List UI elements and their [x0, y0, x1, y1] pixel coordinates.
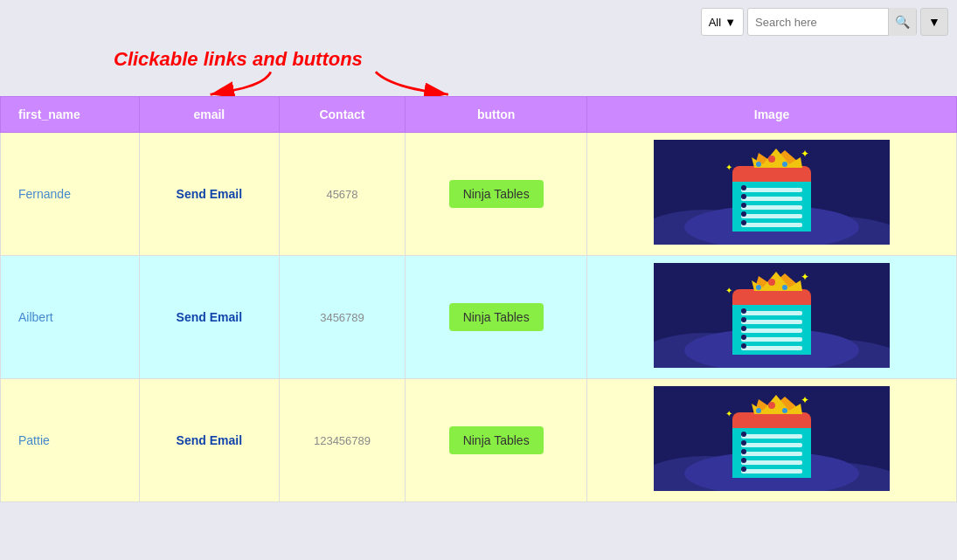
svg-point-61 — [741, 458, 746, 463]
cell-image: ✦ ✦ — [587, 379, 957, 502]
filter-dropdown[interactable]: All ▼ — [701, 8, 744, 36]
cell-first-name: Fernande — [1, 133, 140, 256]
svg-text:✦: ✦ — [801, 394, 809, 406]
filter-label: All — [709, 16, 721, 29]
svg-point-39 — [741, 343, 746, 349]
svg-point-62 — [741, 467, 746, 472]
svg-point-21 — [782, 162, 787, 167]
svg-point-16 — [741, 220, 746, 225]
cell-email: Send Email — [139, 133, 279, 256]
svg-rect-11 — [741, 223, 802, 227]
cell-first-name: Ailbert — [1, 256, 140, 379]
svg-rect-30 — [741, 311, 802, 315]
table-header-row: first_name email Contact button Image — [1, 97, 957, 133]
svg-rect-54 — [741, 443, 802, 447]
svg-point-14 — [741, 203, 746, 208]
svg-point-66 — [756, 408, 761, 413]
cell-first-name: Pattie — [1, 379, 140, 502]
svg-text:✦: ✦ — [725, 162, 732, 172]
send-email-link[interactable]: Send Email — [177, 433, 242, 447]
top-bar: All ▼ 🔍 ▼ — [0, 0, 957, 44]
svg-rect-33 — [741, 337, 802, 342]
cell-email: Send Email — [139, 256, 279, 379]
table-row: Pattie Send Email 123456789 Ninja Tables — [1, 379, 957, 502]
svg-point-60 — [741, 449, 746, 454]
cell-email: Send Email — [139, 379, 279, 502]
cell-contact: 3456789 — [279, 256, 406, 379]
svg-point-65 — [768, 402, 775, 409]
annotation-area: Clickable links and buttons — [0, 44, 957, 96]
svg-point-42 — [768, 279, 775, 286]
data-table: first_name email Contact button Image Fe… — [0, 96, 957, 502]
svg-point-12 — [741, 185, 746, 190]
svg-rect-9 — [741, 205, 802, 210]
svg-point-44 — [782, 285, 787, 290]
chevron-down-icon: ▼ — [725, 16, 736, 29]
search-box: 🔍 — [747, 8, 917, 36]
svg-text:✦: ✦ — [725, 409, 732, 418]
svg-rect-55 — [741, 452, 802, 456]
col-first-name: first_name — [1, 97, 140, 133]
svg-point-43 — [756, 285, 761, 290]
svg-point-19 — [768, 156, 775, 162]
svg-text:✦: ✦ — [725, 286, 732, 295]
svg-point-58 — [741, 432, 746, 437]
svg-point-37 — [741, 326, 746, 331]
svg-point-13 — [741, 194, 746, 199]
svg-rect-10 — [741, 214, 802, 218]
annotation-title: Clickable links and buttons — [114, 48, 363, 71]
col-image: Image — [587, 97, 957, 133]
advanced-filter-button[interactable]: ▼ — [920, 8, 948, 36]
svg-text:✦: ✦ — [801, 271, 809, 283]
svg-rect-32 — [741, 328, 802, 333]
svg-rect-7 — [741, 188, 802, 192]
send-email-link[interactable]: Send Email — [177, 310, 242, 324]
svg-rect-34 — [741, 346, 802, 350]
col-email: email — [139, 97, 279, 133]
cell-button: Ninja Tables — [406, 133, 587, 256]
ninja-tables-logo: ✦ ✦ — [654, 386, 890, 491]
table-wrapper: first_name email Contact button Image Fe… — [0, 96, 957, 502]
ninja-tables-button[interactable]: Ninja Tables — [449, 303, 544, 331]
cell-button: Ninja Tables — [406, 379, 587, 502]
svg-point-20 — [756, 162, 761, 167]
col-contact: Contact — [279, 97, 406, 133]
table-row: Fernande Send Email 45678 Ninja Tables — [1, 133, 957, 256]
svg-point-15 — [741, 211, 746, 217]
svg-rect-31 — [741, 320, 802, 324]
cell-image: ✦ ✦ — [587, 133, 957, 256]
ninja-tables-logo: ✦ ✦ — [654, 140, 890, 245]
search-input[interactable] — [748, 12, 888, 32]
cell-contact: 45678 — [279, 133, 406, 256]
search-button[interactable]: 🔍 — [888, 8, 916, 36]
ninja-tables-button[interactable]: Ninja Tables — [449, 180, 544, 208]
cell-contact: 123456789 — [279, 379, 406, 502]
ninja-tables-button[interactable]: Ninja Tables — [449, 426, 544, 454]
svg-point-36 — [741, 317, 746, 322]
svg-point-59 — [741, 440, 746, 446]
svg-rect-53 — [741, 434, 802, 439]
table-row: Ailbert Send Email 3456789 Ninja Tables — [1, 256, 957, 379]
send-email-link[interactable]: Send Email — [177, 187, 242, 201]
col-button: button — [406, 97, 587, 133]
cell-button: Ninja Tables — [406, 256, 587, 379]
svg-rect-56 — [741, 460, 802, 465]
svg-point-35 — [741, 308, 746, 314]
cell-image: ✦ ✦ — [587, 256, 957, 379]
svg-text:✦: ✦ — [801, 148, 809, 160]
svg-rect-57 — [741, 469, 802, 474]
svg-rect-8 — [741, 197, 802, 201]
ninja-tables-logo: ✦ ✦ — [654, 263, 890, 368]
svg-point-67 — [782, 408, 787, 413]
svg-point-38 — [741, 335, 746, 340]
